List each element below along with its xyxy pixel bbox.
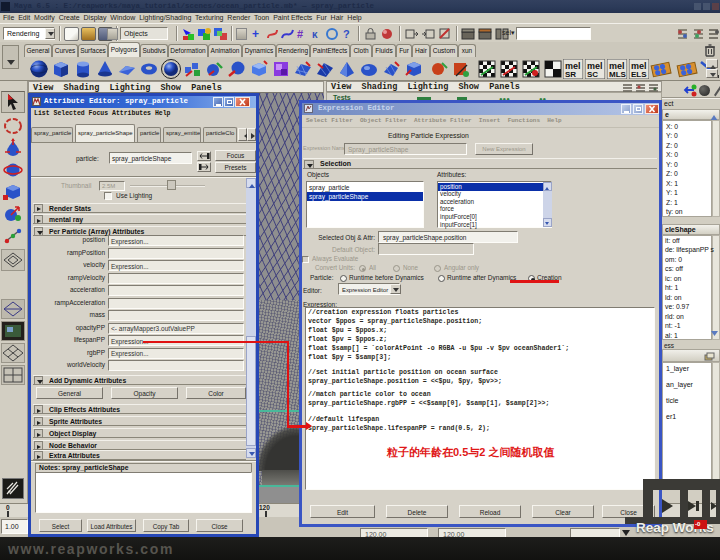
svg-text:ELS: ELS [631, 70, 647, 79]
svg-text:SC: SC [587, 70, 598, 79]
svg-text:MLS: MLS [609, 70, 627, 79]
svg-text:?: ? [343, 28, 350, 40]
svg-text:+: + [252, 27, 259, 41]
svg-text:#: # [297, 28, 303, 40]
svg-text:κ: κ [312, 29, 318, 40]
svg-text:SR: SR [565, 70, 576, 79]
